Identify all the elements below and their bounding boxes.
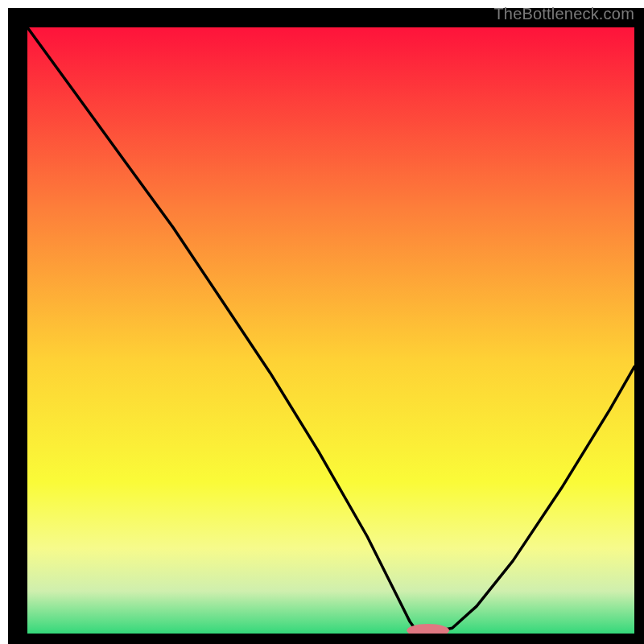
chart-svg — [0, 0, 644, 644]
chart-canvas — [0, 0, 644, 644]
attribution-link[interactable]: TheBottleneck.com — [493, 5, 634, 23]
gradient-background — [27, 27, 634, 634]
